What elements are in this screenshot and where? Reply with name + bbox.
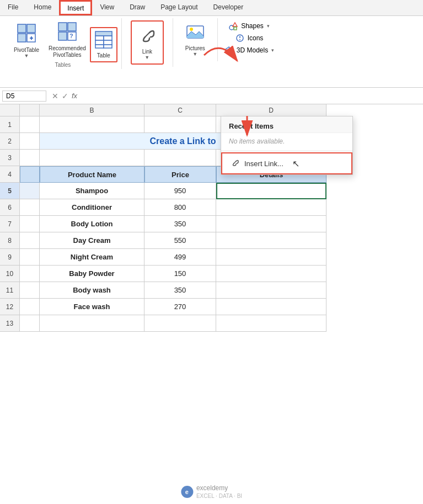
- row-num-5[interactable]: 5: [0, 183, 20, 199]
- row-num-12[interactable]: 12: [0, 299, 20, 315]
- pivot-table-button[interactable]: PivotTable ▼: [10, 21, 43, 61]
- tab-home[interactable]: Home: [26, 0, 59, 15]
- formula-cancel[interactable]: ✕: [52, 92, 58, 100]
- cell-d11[interactable]: [216, 282, 326, 299]
- row-num-10[interactable]: 10: [0, 266, 20, 282]
- row-num-8[interactable]: 8: [0, 232, 20, 249]
- cell-b10[interactable]: Baby Powder: [40, 266, 144, 282]
- cell-c4[interactable]: Price: [144, 166, 216, 183]
- cell-b13[interactable]: [40, 315, 144, 332]
- link-button-highlighted: Link ▼: [131, 20, 164, 65]
- col-header-d[interactable]: D: [216, 104, 326, 116]
- insert-link-item[interactable]: Insert Link... ↖: [221, 152, 352, 174]
- tab-file[interactable]: File: [0, 0, 26, 15]
- ribbon-group-link: Link ▼: [122, 18, 173, 67]
- cell-c10[interactable]: 150: [144, 266, 216, 282]
- cell-b7[interactable]: Body Lotion: [40, 216, 144, 232]
- cell-a1[interactable]: [20, 116, 40, 133]
- cell-d10[interactable]: [216, 266, 326, 282]
- cell-c11[interactable]: 350: [144, 282, 216, 299]
- pictures-icon: [186, 23, 205, 44]
- cell-d13[interactable]: [216, 315, 326, 332]
- row-num-6[interactable]: 6: [0, 199, 20, 216]
- formula-bar: D5 ✕ ✓ fx: [0, 88, 423, 104]
- cell-d7[interactable]: [216, 216, 326, 232]
- cell-d5[interactable]: [216, 183, 326, 199]
- svg-rect-5: [68, 23, 76, 31]
- cell-a12[interactable]: [20, 299, 40, 315]
- cell-b11[interactable]: Body wash: [40, 282, 144, 299]
- cell-c7[interactable]: 350: [144, 216, 216, 232]
- recommended-pivot-label: RecommendedPivotTables: [49, 45, 86, 59]
- cell-reference[interactable]: D5: [2, 91, 46, 102]
- row-num-3[interactable]: 3: [0, 150, 20, 166]
- fx-label: fx: [72, 92, 77, 100]
- svg-rect-12: [95, 40, 104, 45]
- cell-b5[interactable]: Shampoo: [40, 183, 144, 199]
- row-num-4[interactable]: 4: [0, 166, 20, 183]
- cell-a13[interactable]: [20, 315, 40, 332]
- col-header-c[interactable]: C: [144, 104, 216, 116]
- cell-a2[interactable]: [20, 133, 40, 150]
- cell-b9[interactable]: Night Cream: [40, 249, 144, 266]
- cell-d12[interactable]: [216, 299, 326, 315]
- row-num-13[interactable]: 13: [0, 315, 20, 332]
- cell-c9[interactable]: 499: [144, 249, 216, 266]
- svg-point-18: [190, 28, 193, 31]
- cell-a3[interactable]: [20, 150, 40, 166]
- cell-b6[interactable]: Conditioner: [40, 199, 144, 216]
- cell-b4[interactable]: Product Name: [40, 166, 144, 183]
- 3d-models-button[interactable]: 3D Models ▾: [222, 45, 276, 56]
- cell-c3[interactable]: [144, 150, 216, 166]
- row-num-11[interactable]: 11: [0, 282, 20, 299]
- cell-a5[interactable]: [20, 183, 40, 199]
- recommended-pivot-button[interactable]: ? RecommendedPivotTables: [45, 19, 89, 61]
- svg-rect-0: [18, 24, 26, 33]
- cell-c6[interactable]: 800: [144, 199, 216, 216]
- tab-draw[interactable]: Draw: [122, 0, 153, 15]
- row-num-7[interactable]: 7: [0, 216, 20, 232]
- svg-rect-11: [104, 36, 112, 40]
- shapes-button[interactable]: Shapes ▾: [227, 20, 272, 31]
- cell-b8[interactable]: Day Cream: [40, 232, 144, 249]
- ribbon-tabs: File Home Insert View Draw Page Layout D…: [0, 0, 423, 16]
- cell-a10[interactable]: [20, 266, 40, 282]
- cell-d8[interactable]: [216, 232, 326, 249]
- cell-d9[interactable]: [216, 249, 326, 266]
- cell-b3[interactable]: [40, 150, 144, 166]
- tab-page-layout[interactable]: Page Layout: [153, 0, 205, 15]
- cell-c5[interactable]: 950: [144, 183, 216, 199]
- tab-insert[interactable]: Insert: [59, 0, 92, 15]
- cell-c8[interactable]: 550: [144, 232, 216, 249]
- cell-c1[interactable]: [144, 116, 216, 133]
- pivot-table-icon: [17, 23, 36, 46]
- icons-button[interactable]: Icons: [233, 33, 266, 44]
- row-num-9[interactable]: 9: [0, 249, 20, 266]
- cell-a7[interactable]: [20, 216, 40, 232]
- row-num-2[interactable]: 2: [0, 133, 20, 150]
- col-header-a[interactable]: [20, 104, 40, 116]
- cell-a9[interactable]: [20, 249, 40, 266]
- col-header-b[interactable]: B: [40, 104, 144, 116]
- svg-point-24: [239, 39, 240, 40]
- column-headers-row: B C D: [0, 104, 423, 116]
- tab-developer[interactable]: Developer: [206, 0, 251, 15]
- formula-dividers: ✕ ✓ fx: [49, 92, 81, 100]
- pictures-button[interactable]: Pictures ▼: [180, 20, 211, 59]
- cell-a11[interactable]: [20, 282, 40, 299]
- cell-a6[interactable]: [20, 199, 40, 216]
- watermark-text: exceldemyEXCEL · DATA · BI: [196, 484, 242, 500]
- row-2: 2 Create a Link to: [0, 133, 423, 150]
- cell-b1[interactable]: [40, 116, 144, 133]
- cell-a4[interactable]: [20, 166, 40, 183]
- link-button[interactable]: Link ▼: [133, 23, 162, 62]
- table-button[interactable]: Table: [92, 29, 116, 61]
- tab-view[interactable]: View: [92, 0, 122, 15]
- cell-c12[interactable]: 270: [144, 299, 216, 315]
- row-num-1[interactable]: 1: [0, 116, 20, 133]
- cell-d6[interactable]: [216, 199, 326, 216]
- cell-b12[interactable]: Face wash: [40, 299, 144, 315]
- cell-c13[interactable]: [144, 315, 216, 332]
- formula-confirm[interactable]: ✓: [62, 92, 68, 100]
- cell-a8[interactable]: [20, 232, 40, 249]
